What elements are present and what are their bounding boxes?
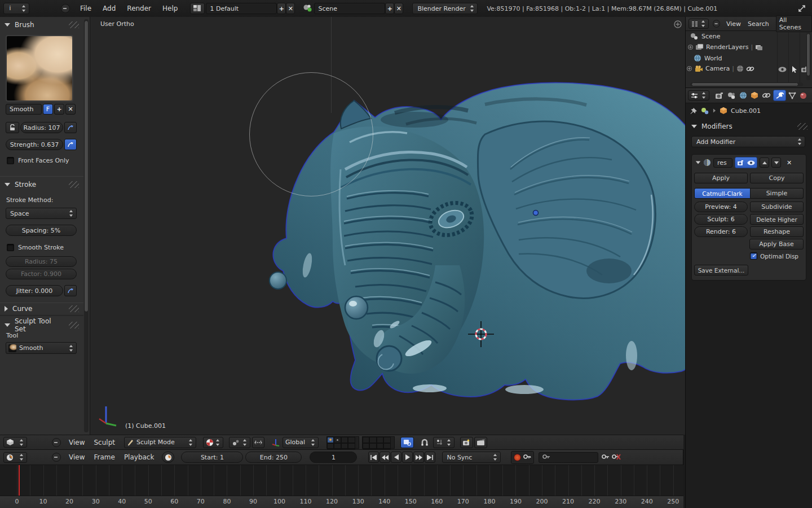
- layer-cell[interactable]: [334, 437, 341, 443]
- transform-orientation-select[interactable]: Global: [283, 437, 319, 448]
- layer-cell[interactable]: [369, 443, 377, 449]
- menu-add[interactable]: Add: [103, 5, 116, 12]
- outliner-v-scrollbar[interactable]: [806, 33, 810, 80]
- layer-cell[interactable]: [348, 443, 355, 449]
- brush-name-field[interactable]: Smooth: [6, 104, 42, 115]
- layer-cell[interactable]: [348, 437, 355, 443]
- layer-cell[interactable]: [377, 437, 384, 443]
- frame-end-field[interactable]: End: 250: [245, 452, 302, 463]
- scrollbar-thumb[interactable]: [806, 33, 810, 76]
- layer-cell[interactable]: [327, 443, 334, 449]
- collapse-menus-button[interactable]: [61, 4, 70, 13]
- render-visibility-icon[interactable]: [737, 160, 745, 166]
- breadcrumb-object-name[interactable]: Cube.001: [731, 107, 761, 115]
- optimal-display-checkbox[interactable]: [750, 252, 757, 260]
- jitter-pressure-toggle[interactable]: [64, 285, 77, 296]
- pivot-center-points-toggle[interactable]: [252, 437, 264, 448]
- tool-shelf-scrollbar[interactable]: [84, 19, 89, 432]
- frame-start-field[interactable]: Start: 1: [181, 452, 243, 463]
- mode-select[interactable]: Sculpt Mode: [124, 437, 196, 448]
- menu-search[interactable]: Search: [748, 20, 769, 28]
- add-modifier-select[interactable]: Add Modifier: [691, 136, 805, 147]
- sculpt-level-slider[interactable]: Sculpt: 6: [694, 214, 748, 225]
- next-keyframe-button[interactable]: [413, 452, 424, 463]
- play-button[interactable]: [402, 452, 413, 463]
- move-modifier-up-button[interactable]: [760, 157, 769, 168]
- menu-playback[interactable]: Playback: [124, 453, 155, 461]
- stroke-factor-slider[interactable]: Factor: 0.900: [6, 269, 77, 279]
- menu-view[interactable]: View: [69, 439, 85, 446]
- layer-cell[interactable]: [377, 443, 384, 449]
- layers-grid-left[interactable]: [326, 436, 359, 449]
- editor-type-timeline-button[interactable]: [3, 452, 27, 463]
- opengl-render-anim-button[interactable]: [474, 437, 487, 448]
- menu-view[interactable]: View: [726, 20, 741, 28]
- preview-level-slider[interactable]: Preview: 4: [694, 202, 748, 212]
- expand-plus-icon[interactable]: [688, 45, 693, 50]
- opengl-render-still-button[interactable]: [460, 437, 473, 448]
- collapse-menus-button[interactable]: [52, 453, 61, 462]
- simple-button[interactable]: Simple: [751, 188, 804, 199]
- menu-frame[interactable]: Frame: [94, 453, 114, 461]
- outliner-row-camera[interactable]: Camera |: [687, 65, 754, 72]
- pin-icon[interactable]: [690, 107, 698, 115]
- prev-keyframe-button[interactable]: [379, 452, 390, 463]
- collapse-menus-button[interactable]: [713, 20, 720, 28]
- scrollbar-thumb[interactable]: [691, 82, 798, 86]
- jump-end-button[interactable]: [425, 452, 435, 463]
- stroke-method-select[interactable]: Space: [6, 208, 77, 219]
- timeline-ruler[interactable]: 0102030405060708090100110120130140150160…: [0, 496, 683, 508]
- hide-eye-icon[interactable]: [778, 67, 787, 72]
- editor-type-outliner-button[interactable]: [689, 19, 709, 29]
- layer-cell[interactable]: [369, 437, 377, 443]
- optimal-display-row[interactable]: Optimal Disp: [750, 252, 804, 260]
- apply-modifier-button[interactable]: Apply: [694, 173, 748, 183]
- layer-cell[interactable]: [341, 443, 348, 449]
- reshape-button[interactable]: Reshape: [750, 226, 804, 237]
- panel-grip-icon[interactable]: [797, 123, 807, 130]
- layer-cell[interactable]: [383, 437, 391, 443]
- viewport-visibility-eye-icon[interactable]: [747, 160, 755, 165]
- menu-help[interactable]: Help: [162, 5, 178, 12]
- tab-constraints[interactable]: [761, 91, 772, 100]
- delete-higher-button[interactable]: Delete Higher: [750, 214, 804, 225]
- smooth-stroke-checkbox[interactable]: [7, 244, 14, 251]
- render-level-slider[interactable]: Render: 6: [694, 226, 748, 237]
- record-button[interactable]: [514, 454, 521, 461]
- outliner-row-world[interactable]: World: [694, 54, 722, 62]
- strength-pressure-toggle[interactable]: [64, 139, 77, 150]
- scene-name-field[interactable]: Scene: [314, 3, 385, 14]
- tab-object[interactable]: [749, 90, 760, 100]
- timeline-tracks[interactable]: [0, 465, 683, 496]
- tab-data[interactable]: [787, 91, 797, 100]
- modifier-expand-icon[interactable]: [696, 161, 701, 164]
- menu-view[interactable]: View: [69, 453, 85, 461]
- panel-grip-icon[interactable]: [69, 305, 79, 312]
- move-modifier-down-button[interactable]: [771, 157, 781, 168]
- keying-set-field[interactable]: [539, 452, 598, 463]
- layer-cell-active[interactable]: [327, 437, 334, 443]
- outliner-row-scene[interactable]: Scene: [690, 33, 721, 40]
- screen-layout-field[interactable]: 1 Default: [206, 3, 277, 14]
- region-expand-plus-icon[interactable]: [674, 20, 682, 28]
- editor-type-info-button[interactable]: i: [3, 3, 29, 14]
- sync-mode-select[interactable]: No Sync: [442, 452, 501, 463]
- menu-file[interactable]: File: [80, 5, 91, 12]
- brush-fake-user-button[interactable]: F: [43, 104, 53, 115]
- modifier-name-field[interactable]: res: [713, 158, 732, 168]
- insert-keyframe-icon[interactable]: [602, 454, 610, 461]
- manipulator-axis-icon[interactable]: [271, 438, 280, 447]
- viewport-shading-select[interactable]: [203, 437, 223, 448]
- snap-element-select[interactable]: [433, 437, 454, 448]
- scene-crumb-icon[interactable]: [701, 107, 709, 115]
- add-scene-button[interactable]: +: [385, 3, 394, 14]
- maximize-icon[interactable]: [797, 4, 806, 13]
- brush-preview[interactable]: [6, 35, 73, 102]
- curve-panel-header[interactable]: Curve: [5, 305, 79, 313]
- brush-strength-slider[interactable]: Strength: 0.637: [6, 139, 63, 150]
- play-reverse-button[interactable]: [391, 452, 401, 463]
- sculpt-tool-set-header[interactable]: Sculpt Tool Set: [5, 317, 79, 333]
- delete-modifier-button[interactable]: ✕: [787, 159, 792, 167]
- add-layout-button[interactable]: +: [277, 3, 286, 14]
- layer-cell[interactable]: [341, 437, 348, 443]
